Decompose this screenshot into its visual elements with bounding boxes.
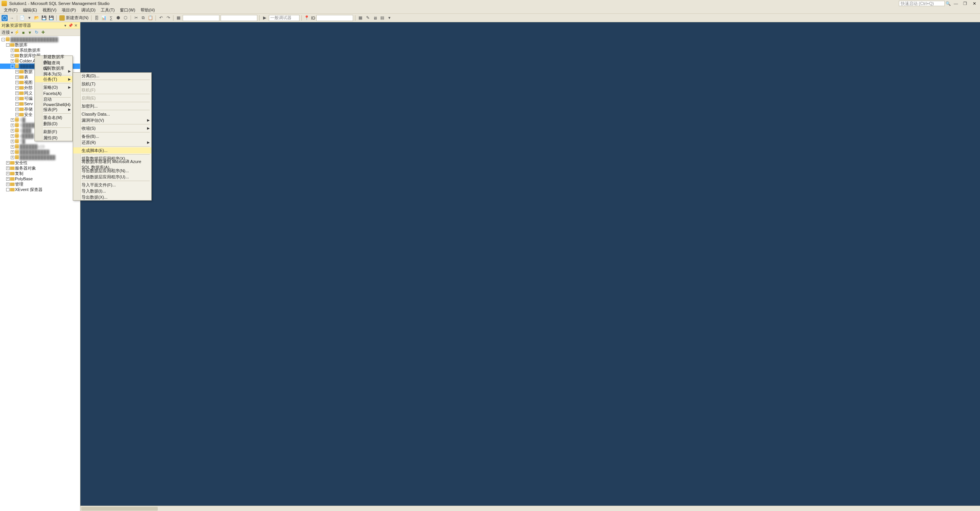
- context-menu-item[interactable]: 启动 PowerShell(H): [35, 98, 72, 104]
- menu-item[interactable]: 调试(D): [79, 7, 98, 13]
- undo-icon[interactable]: ↶: [158, 15, 164, 21]
- panel-close-icon[interactable]: ✕: [73, 23, 79, 28]
- minimize-button[interactable]: —: [952, 0, 960, 7]
- solution-config-combo[interactable]: [183, 15, 219, 21]
- menu-item[interactable]: 编辑(E): [21, 7, 39, 13]
- redo-icon[interactable]: ↷: [165, 15, 171, 21]
- context-menu-item[interactable]: 收缩(S)▶: [73, 125, 151, 131]
- start-debug-button[interactable]: ▶: [262, 15, 268, 21]
- connect-button[interactable]: 连接: [2, 29, 10, 35]
- toggle-1-icon[interactable]: ▦: [357, 15, 363, 21]
- save-button[interactable]: 💾: [41, 15, 47, 21]
- solution-platform-combo[interactable]: [221, 15, 257, 21]
- properties-icon[interactable]: ▦: [175, 15, 182, 21]
- new-query-icon: [59, 15, 65, 21]
- open-button[interactable]: ▾: [26, 15, 33, 21]
- tree-management[interactable]: +管理: [0, 181, 80, 187]
- menu-item[interactable]: 视图(V): [40, 7, 59, 13]
- quick-launch-input[interactable]: 快速启动 (Ctrl+Q): [899, 1, 945, 6]
- close-button[interactable]: ✕: [970, 0, 978, 7]
- oe-disconnect-icon[interactable]: ⚡: [14, 30, 20, 35]
- tree-system-db[interactable]: +系统数据库: [0, 47, 80, 53]
- menu-item[interactable]: 帮助(H): [138, 7, 157, 13]
- database-context-menu: 新建数据库(N)...新建查询(Q)编写数据库脚本为(S)▶任务(T)▶策略(O…: [34, 56, 73, 141]
- context-menu-item[interactable]: 生成脚本(E)...: [73, 147, 151, 153]
- xmla-query-icon[interactable]: ⬡: [123, 15, 129, 21]
- title-bar: Solution1 - Microsoft SQL Server Managem…: [0, 0, 980, 7]
- cut-icon[interactable]: ✂: [133, 15, 139, 21]
- context-menu-item: 联机(F): [73, 87, 151, 93]
- context-menu-item[interactable]: 备份(B)...: [73, 133, 151, 139]
- context-menu-item[interactable]: 导入平面文件(F)...: [73, 182, 151, 188]
- id-combo[interactable]: [316, 15, 353, 21]
- tree-databases[interactable]: -数据库: [0, 42, 80, 47]
- context-menu-item[interactable]: 报表(P)▶: [35, 106, 72, 113]
- menu-item[interactable]: 项目(P): [59, 7, 78, 13]
- context-menu-item[interactable]: 导入数据(I)...: [73, 188, 151, 194]
- context-menu-item[interactable]: 脱机(T): [73, 81, 151, 87]
- oe-plus-icon[interactable]: ✚: [40, 30, 46, 35]
- tree-db-other[interactable]: +████████████: [0, 155, 80, 160]
- find-icon[interactable]: 📍: [304, 15, 310, 21]
- menu-item[interactable]: 文件(F): [2, 7, 20, 13]
- new-project-button[interactable]: 📄: [19, 15, 25, 21]
- context-menu-item[interactable]: 任务(T)▶: [35, 76, 72, 82]
- oe-refresh-icon[interactable]: ↻: [34, 30, 39, 35]
- tree-db-other[interactable]: +██████████: [0, 149, 80, 155]
- context-menu-item[interactable]: 漏洞评估(V)▶: [73, 117, 151, 123]
- debug-target-combo[interactable]: 一般调试器: [269, 15, 299, 21]
- context-menu-item[interactable]: 导出数据(X)...: [73, 194, 151, 200]
- db-engine-query-icon[interactable]: 🗄: [93, 15, 100, 21]
- menu-item[interactable]: 工具(T): [98, 7, 117, 13]
- tree-xevent[interactable]: XEvent 探查器: [0, 187, 80, 192]
- context-menu-item[interactable]: 还原(R)▶: [73, 139, 151, 145]
- new-query-button[interactable]: 新建查询(N): [59, 15, 89, 21]
- toolbar-overflow-icon[interactable]: ▾: [386, 15, 393, 21]
- id-label: ID: [311, 16, 315, 20]
- context-menu-item[interactable]: Facets(A): [35, 90, 72, 96]
- nav-back-button[interactable]: ◯: [2, 15, 8, 21]
- panel-options-icon[interactable]: ▾: [62, 23, 68, 28]
- context-menu-item[interactable]: 分离(D)...: [73, 73, 151, 79]
- tree-db-other[interactable]: +██████n19: [0, 144, 80, 149]
- tree-polybase[interactable]: +PolyBase: [0, 176, 80, 181]
- save-all-button[interactable]: 💾: [48, 15, 54, 21]
- toggle-4-icon[interactable]: ▤: [379, 15, 385, 21]
- open-file-button[interactable]: 📂: [34, 15, 40, 21]
- analysis-query-icon[interactable]: 📊: [101, 15, 107, 21]
- maximize-button[interactable]: ❐: [961, 0, 969, 7]
- horizontal-scrollbar[interactable]: [80, 506, 980, 511]
- toggle-3-icon[interactable]: 🖥: [372, 15, 378, 21]
- window-title: Solution1 - Microsoft SQL Server Managem…: [9, 1, 110, 6]
- context-menu-item[interactable]: 加密列...: [73, 103, 151, 109]
- context-menu-item[interactable]: 刷新(F): [35, 129, 72, 135]
- copy-icon[interactable]: ⧉: [140, 15, 146, 21]
- context-menu-item[interactable]: 升级数据层应用程序(U)...: [73, 174, 151, 180]
- toolbar: ◯ → 📄 ▾ 📂 💾 💾 新建查询(N) 🗄 📊 ∑ ⬢ ⬡ ✂ ⧉ 📋 ↶ …: [0, 14, 980, 22]
- context-menu-item[interactable]: 编写数据库脚本为(S)▶: [35, 68, 72, 74]
- object-explorer-title: 对象资源管理器: [2, 23, 31, 28]
- oe-stop-icon[interactable]: ■: [21, 30, 26, 35]
- context-menu-item[interactable]: 属性(R): [35, 135, 72, 141]
- quick-launch-search-icon[interactable]: 🔍: [946, 1, 951, 6]
- context-menu-item[interactable]: 策略(O)▶: [35, 84, 72, 90]
- tree-server-root[interactable]: -████████████████: [0, 37, 80, 42]
- context-menu-item[interactable]: 重命名(M): [35, 114, 72, 121]
- object-explorer-title-bar: 对象资源管理器 ▾ 📌 ✕: [0, 22, 80, 29]
- tree-security[interactable]: +安全性: [0, 160, 80, 165]
- mdx-query-icon[interactable]: ∑: [108, 15, 114, 21]
- toggle-2-icon[interactable]: ✎: [365, 15, 371, 21]
- dmx-query-icon[interactable]: ⬢: [115, 15, 121, 21]
- tree-replication[interactable]: +复制: [0, 171, 80, 176]
- tree-server-objects[interactable]: +服务器对象: [0, 165, 80, 171]
- menu-item[interactable]: 窗口(W): [118, 7, 137, 13]
- context-menu-item[interactable]: 删除(D): [35, 121, 72, 127]
- oe-filter-icon[interactable]: ▼: [27, 30, 33, 35]
- paste-icon[interactable]: 📋: [147, 15, 154, 21]
- panel-pin-icon[interactable]: 📌: [68, 23, 73, 28]
- context-menu-item[interactable]: Classify Data...: [73, 111, 151, 117]
- context-menu-item[interactable]: 导出数据层应用程序(N)...: [73, 168, 151, 174]
- context-menu-item[interactable]: 将数据库部署到 Microsoft Azure SQL 数据库(A)...: [73, 162, 151, 168]
- nav-forward-button[interactable]: →: [9, 15, 15, 21]
- context-menu-item: 启用(E): [73, 95, 151, 101]
